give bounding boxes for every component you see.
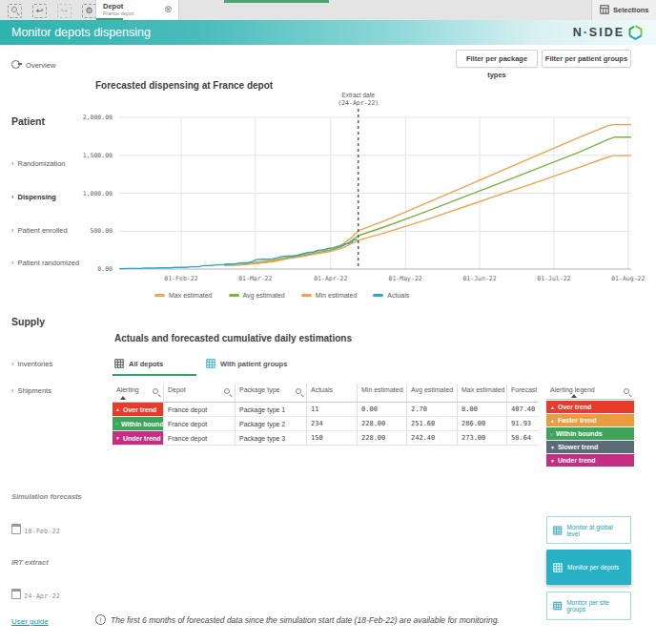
monitor-grid-icon xyxy=(553,601,562,611)
chart-title: Forecasted dispensing at France depot xyxy=(95,80,273,91)
legend-item-actuals[interactable]: Actuals xyxy=(373,292,409,299)
legend-item-under-trend[interactable]: ▼Under trend xyxy=(546,454,634,467)
extract-date-annotation: Extract date (24-Apr-22) xyxy=(311,92,406,107)
monitor-global-level-button[interactable]: Monitor at global level xyxy=(546,516,631,544)
column-label: Depot xyxy=(168,386,186,393)
tab-subtitle: France depot xyxy=(103,10,133,16)
simulation-forecasts-label: Simulation forecasts xyxy=(11,492,82,501)
y-tick-label: 2,000.00 xyxy=(57,114,113,121)
column-header-avg-estimated[interactable]: Avg estimated xyxy=(407,384,458,402)
column-header-alerting[interactable]: Alerting xyxy=(113,384,164,402)
table-row[interactable]: ▼Under trend France depot Package type 3… xyxy=(113,431,539,446)
column-label: Package type xyxy=(239,386,279,393)
trend-up-icon: ▲ xyxy=(550,418,555,424)
package-type-cell: Package type 3 xyxy=(236,431,307,445)
step-forward-icon[interactable]: ↪ xyxy=(57,4,72,18)
column-header-actuals[interactable]: Actuals xyxy=(307,384,358,402)
search-icon[interactable] xyxy=(295,387,303,396)
sidebar-item-dispensing[interactable]: Dispensing xyxy=(11,193,56,201)
sidebar-item-overview[interactable]: Overview xyxy=(11,60,55,70)
sheet-tab-depot[interactable]: Depot France depot xyxy=(95,0,179,20)
smart-search-icon[interactable] xyxy=(8,4,22,18)
x-tick-label: 01-Apr-22 xyxy=(310,275,352,282)
search-icon[interactable] xyxy=(623,387,631,396)
trend-down-icon: ▼ xyxy=(550,458,555,464)
sidebar-item-randomization[interactable]: Randomization xyxy=(11,159,66,168)
legend-item-max-estimated[interactable]: Max estimated xyxy=(154,292,213,299)
table-row[interactable]: ○Within bounds France depot Package type… xyxy=(113,417,539,431)
irt-extract-date: 24-Apr-22 xyxy=(11,589,60,600)
legend-item-slower-trend[interactable]: ▼Slower trend xyxy=(546,441,634,453)
search-icon[interactable] xyxy=(223,387,232,396)
close-tab-icon[interactable] xyxy=(164,5,174,14)
alerting-legend-header[interactable]: Alerting legend xyxy=(546,384,634,400)
column-header-depot[interactable]: Depot xyxy=(164,384,236,402)
min-estimated-cell: 0.00 xyxy=(358,403,407,416)
search-icon[interactable] xyxy=(152,387,160,396)
legend-item-label: Faster trend xyxy=(558,417,596,424)
legend-item-label: Within bounds xyxy=(556,430,603,437)
avg-estimated-cell: 2.70 xyxy=(407,403,458,416)
search-icon xyxy=(10,6,19,14)
progress-strip xyxy=(224,0,329,3)
legend-item-label: Slower trend xyxy=(558,444,598,450)
estimations-table: Alerting Depot Package type Actuals Min … xyxy=(113,384,539,446)
sidebar-item-shipments[interactable]: Shipments xyxy=(11,386,51,395)
column-header-forecast[interactable]: Forecast xyxy=(507,384,539,402)
step-back-icon[interactable]: ↩ xyxy=(32,4,47,18)
max-estimated-cell: 286.00 xyxy=(458,417,507,430)
legend-item-over-trend[interactable]: ▲Over trend xyxy=(546,401,634,413)
legend-item-within-bounds[interactable]: ○Within bounds xyxy=(546,427,634,440)
alerting-legend-panel: Alerting legend ▲Over trend ▲Faster tren… xyxy=(546,384,634,467)
selections-button[interactable]: Selections xyxy=(591,0,656,20)
button-label: Monitor per site groups xyxy=(566,599,625,613)
alert-label: Over trend xyxy=(123,406,156,413)
within-bounds-icon: ○ xyxy=(115,421,118,426)
filter-package-types-button[interactable]: Filter per package types xyxy=(456,50,538,68)
alert-label: Under trend xyxy=(123,435,161,442)
legend-swatch xyxy=(373,294,383,297)
overview-label: Overview xyxy=(26,61,55,70)
legend-item-avg-estimated[interactable]: Avg estimated xyxy=(229,292,285,299)
monitor-per-depots-button[interactable]: Monitor per depots xyxy=(546,550,631,585)
selections-label: Selections xyxy=(613,6,649,14)
tab-with-patient-groups[interactable]: With patient groups xyxy=(206,359,287,368)
sidebar-item-inventories[interactable]: Inventories xyxy=(11,360,52,368)
annotation-line2: (24-Apr-22) xyxy=(311,99,406,107)
column-header-min-estimated[interactable]: Min estimated xyxy=(358,384,407,402)
date-label: 24-Apr-22 xyxy=(24,592,60,600)
actuals-cell: 11 xyxy=(307,403,358,416)
forecast-cell: 58.64 xyxy=(507,431,539,445)
app-root: ↩ ↪ ⚙ Depot France depot Selections Moni… xyxy=(0,0,656,644)
tab-title: Depot xyxy=(103,2,123,10)
table-header-row: Alerting Depot Package type Actuals Min … xyxy=(113,384,539,403)
filter-patient-groups-button[interactable]: Filter per patient groups xyxy=(542,50,631,68)
column-header-max-estimated[interactable]: Max estimated xyxy=(458,384,507,402)
user-guide-link[interactable]: User guide xyxy=(11,617,49,626)
legend-item-faster-trend[interactable]: ▲Faster trend xyxy=(546,414,634,426)
avg-estimated-cell: 242.40 xyxy=(407,431,458,445)
tab-all-depots[interactable]: All depots xyxy=(114,359,163,368)
sidebar-section-supply: Supply xyxy=(11,316,45,327)
simulation-start-date: 18-Feb-22 xyxy=(11,524,60,535)
settings-gear-icon[interactable]: ⚙ xyxy=(82,4,96,18)
line-chart[interactable] xyxy=(119,107,631,271)
column-header-package-type[interactable]: Package type xyxy=(236,384,307,402)
x-tick-label: 01-Mar-22 xyxy=(235,275,277,282)
table-row[interactable]: ▲Over trend France depot Package type 1 … xyxy=(113,403,539,417)
actuals-cell: 234 xyxy=(307,417,358,430)
y-tick-label: 0.00 xyxy=(57,265,113,273)
brand-name: N·SIDE xyxy=(573,26,625,39)
item-label: Inventories xyxy=(18,360,53,368)
legend-label: Max estimated xyxy=(169,292,213,299)
x-tick-label: 01-Jun-22 xyxy=(459,275,501,282)
x-tick-label: 01-Jul-22 xyxy=(533,275,575,282)
column-label: Avg estimated xyxy=(411,386,453,393)
calendar-icon xyxy=(11,524,21,534)
legend-item-min-estimated[interactable]: Min estimated xyxy=(301,292,358,299)
column-label: Min estimated xyxy=(361,386,403,393)
series-avg-estimated xyxy=(224,137,631,265)
legend-label: Min estimated xyxy=(316,292,358,299)
overview-icon xyxy=(11,60,20,69)
alert-badge-over-trend: ▲Over trend xyxy=(113,403,163,416)
